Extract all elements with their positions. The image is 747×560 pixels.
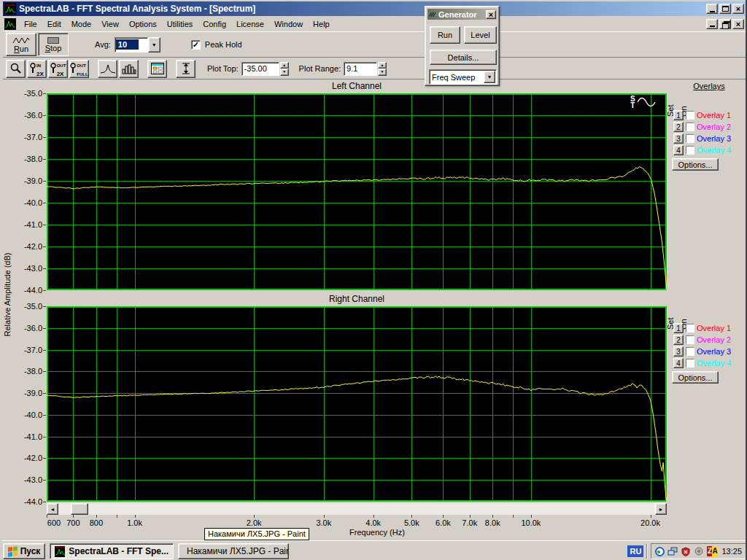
overlay-set-button-3[interactable]: 3 — [673, 133, 684, 144]
x-tick-mark — [96, 515, 97, 518]
scrollbar-thumb[interactable] — [71, 503, 88, 515]
zonealarm-icon[interactable]: ZA — [707, 546, 717, 556]
stop-button[interactable]: Stop — [38, 33, 69, 56]
x-tick-mark — [73, 515, 74, 518]
network-icon[interactable] — [667, 546, 678, 556]
overlays-options-button[interactable]: Options... — [672, 158, 719, 171]
plot-top-input[interactable]: -35.00 — [241, 62, 279, 76]
zoom-out-2x-button[interactable]: OUT2X — [48, 60, 68, 78]
plot-top-spinner[interactable]: ▲▼ — [280, 62, 289, 76]
generator-mode-dropdown[interactable]: Freq Sweep ▼ — [429, 69, 497, 85]
start-button[interactable]: Пуск — [3, 543, 45, 559]
language-indicator[interactable]: RU — [627, 545, 643, 557]
menu-bar: FileEditModeViewOptionsUtilitiesConfigLi… — [3, 17, 746, 31]
scroll-left-arrow[interactable]: ◄ — [47, 503, 58, 515]
y-axis-title: Relative Amplitude (dB) — [3, 222, 12, 368]
overlay-on-checkbox-4[interactable] — [686, 146, 694, 155]
left-channel-plot[interactable] — [47, 93, 667, 290]
generator-window[interactable]: Generator × Run Level Details... Freq Sw… — [425, 6, 500, 86]
menu-item-license[interactable]: License — [231, 18, 269, 30]
task-button-paint[interactable]: Накамичи ЛХ5.JPG - Paint — [178, 543, 289, 559]
menu-item-utilities[interactable]: Utilities — [162, 18, 198, 30]
overlays-options-button[interactable]: Options... — [672, 371, 719, 384]
generator-details-button[interactable]: Details... — [430, 50, 497, 65]
overlay-set-button-2[interactable]: 2 — [673, 122, 684, 132]
vertical-scale-button[interactable] — [176, 60, 196, 78]
x-tick-label: 5.0k — [404, 518, 419, 527]
magnifier-icon — [30, 63, 36, 74]
speaker-icon[interactable] — [694, 546, 704, 556]
menu-item-window[interactable]: Window — [269, 18, 308, 30]
y-tick-label: -35.0 — [12, 89, 42, 98]
mdi-minimize-button[interactable] — [706, 19, 718, 29]
overlay-on-checkbox-1[interactable] — [686, 111, 694, 120]
menu-item-file[interactable]: File — [19, 18, 42, 30]
line-plot-button[interactable] — [98, 60, 117, 78]
overlay-set-button-2[interactable]: 2 — [673, 335, 684, 345]
antivirus-shield-icon[interactable] — [681, 546, 691, 556]
x-tick-label: 3.0k — [316, 518, 331, 527]
app-icon — [4, 3, 16, 15]
zoom-in-2x-button[interactable]: IN2X — [27, 60, 47, 78]
spectralab-icon — [55, 546, 65, 557]
menu-item-options[interactable]: Options — [124, 18, 162, 30]
chevron-down-icon[interactable]: ▼ — [484, 71, 495, 83]
y-tick-label: -38.0 — [12, 155, 42, 163]
task-button-spectralab[interactable]: SpectraLAB - FFT Spe... — [50, 543, 174, 559]
overlay-set-button-1[interactable]: 1 — [673, 110, 684, 120]
clock[interactable]: 13:25 — [720, 547, 742, 556]
avg-dropdown[interactable]: 10 ▼ — [115, 37, 160, 52]
right-channel-plot[interactable] — [47, 306, 667, 502]
menu-item-view[interactable]: View — [96, 18, 124, 30]
mdi-restore-button[interactable] — [719, 19, 731, 29]
y-tick-mark — [43, 502, 46, 502]
y-tick-mark — [43, 268, 46, 269]
overlay-on-checkbox-2[interactable] — [686, 335, 694, 344]
menu-item-edit[interactable]: Edit — [42, 18, 66, 30]
maximize-button[interactable] — [719, 4, 731, 14]
generator-level-button[interactable]: Level — [464, 26, 497, 44]
zoom-out-full-button[interactable]: OUTFULL — [69, 60, 89, 78]
overlay-on-checkbox-3[interactable] — [686, 347, 694, 356]
run-button[interactable]: Run — [6, 33, 36, 56]
document-icon[interactable] — [4, 18, 16, 30]
overlay-on-checkbox-3[interactable] — [686, 134, 694, 143]
overlay-set-button-4[interactable]: 4 — [673, 145, 684, 155]
menu-item-mode[interactable]: Mode — [66, 18, 97, 30]
generator-run-button[interactable]: Run — [430, 26, 460, 44]
scroll-right-arrow[interactable]: ► — [655, 503, 667, 515]
y-tick-label: -38.0 — [12, 367, 42, 376]
overlay-set-button-4[interactable]: 4 — [673, 358, 684, 368]
plot-range-input[interactable]: 9.1 — [344, 62, 377, 76]
x-tick-mark — [135, 515, 136, 518]
settings-form-icon — [151, 63, 164, 74]
x-tick-mark — [470, 515, 471, 518]
overlay-on-checkbox-4[interactable] — [686, 359, 694, 368]
mdi-close-button[interactable]: × — [732, 19, 744, 29]
overlay-set-button-1[interactable]: 1 — [673, 323, 684, 333]
generator-title-bar[interactable]: Generator × — [427, 9, 497, 20]
close-button[interactable]: × — [732, 4, 744, 14]
y-tick-mark — [43, 393, 46, 394]
display-options-button[interactable] — [147, 60, 167, 78]
plot-range-spinner[interactable]: ▲▼ — [378, 62, 387, 76]
generator-close-button[interactable]: × — [486, 10, 496, 19]
y-tick-label: -39.0 — [12, 389, 42, 397]
x-tick-mark — [254, 515, 255, 518]
menu-item-help[interactable]: Help — [308, 18, 335, 30]
title-bar[interactable]: SpectraLAB - FFT Spectral Analysis Syste… — [3, 1, 746, 16]
overlay-label-1: Overlay 1 — [697, 111, 731, 120]
magnifier-icon — [50, 63, 56, 74]
overlay-set-button-3[interactable]: 3 — [673, 346, 684, 357]
overlay-on-checkbox-2[interactable] — [686, 122, 694, 131]
chevron-down-icon[interactable]: ▼ — [148, 37, 160, 52]
frequency-scrollbar[interactable]: ◄ ► — [47, 503, 667, 515]
media-player-icon[interactable] — [654, 546, 665, 556]
menu-item-config[interactable]: Config — [198, 18, 231, 30]
peak-hold-checkbox[interactable]: ✓ — [191, 40, 201, 50]
zoom-button[interactable] — [6, 60, 26, 78]
sawtooth-icon — [428, 11, 437, 18]
minimize-button[interactable] — [706, 4, 718, 14]
overlay-on-checkbox-1[interactable] — [686, 324, 694, 332]
bar-plot-button[interactable] — [119, 60, 139, 78]
